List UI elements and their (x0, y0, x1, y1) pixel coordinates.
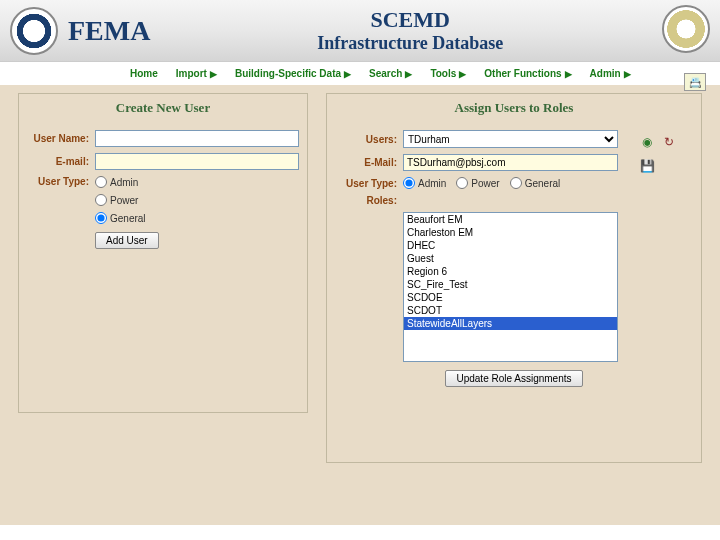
title-line-1: SCEMD (110, 7, 710, 33)
email-input[interactable] (95, 153, 299, 170)
role-option[interactable]: DHEC (404, 239, 617, 252)
save-icon[interactable]: 💾 (639, 158, 655, 174)
main-nav: Home Import▶ Building-Specific Data▶ Sea… (0, 62, 720, 85)
panel-action-icons: ◉ ↻ 💾 (639, 134, 677, 174)
role-option[interactable]: Charleston EM (404, 226, 617, 239)
chevron-right-icon: ▶ (344, 69, 351, 79)
chevron-right-icon: ▶ (210, 69, 217, 79)
radio-admin[interactable]: Admin (95, 176, 146, 188)
users-label: Users: (335, 134, 403, 145)
sc-seal-icon (662, 5, 710, 53)
nav-import[interactable]: Import▶ (176, 68, 217, 79)
chevron-right-icon: ▶ (565, 69, 572, 79)
help-icon[interactable]: 📇 (684, 73, 706, 91)
nav-tools[interactable]: Tools▶ (430, 68, 466, 79)
assign-usertype-label: User Type: (335, 178, 403, 189)
chevron-right-icon: ▶ (459, 69, 466, 79)
add-user-button[interactable]: Add User (95, 232, 159, 249)
role-option[interactable]: SC_Fire_Test (404, 278, 617, 291)
assign-roles-panel: Assign Users to Roles ◉ ↻ 💾 Users: TDurh… (326, 93, 702, 463)
chevron-right-icon: ▶ (405, 69, 412, 79)
refresh-icon[interactable]: ↻ (661, 134, 677, 150)
usertype-radio-group: Admin Power General (95, 176, 146, 224)
radio-power[interactable]: Power (95, 194, 146, 206)
email-label: E-mail: (27, 156, 95, 167)
role-option[interactable]: Region 6 (404, 265, 617, 278)
roles-listbox[interactable]: Beaufort EMCharleston EMDHECGuestRegion … (403, 212, 618, 362)
go-icon[interactable]: ◉ (639, 134, 655, 150)
assign-email-input[interactable] (403, 154, 618, 171)
chevron-right-icon: ▶ (624, 69, 631, 79)
nav-other[interactable]: Other Functions▶ (484, 68, 571, 79)
nav-building-data[interactable]: Building-Specific Data▶ (235, 68, 351, 79)
radio-general[interactable]: General (95, 212, 146, 224)
assign-usertype-radio-group: Admin Power General (403, 177, 560, 189)
users-select[interactable]: TDurham (403, 130, 618, 148)
role-option[interactable]: Guest (404, 252, 617, 265)
app-title: SCEMD Infrastructure Database (110, 7, 710, 54)
role-option[interactable]: SCDOT (404, 304, 617, 317)
assign-email-label: E-Mail: (335, 157, 403, 168)
nav-search[interactable]: Search▶ (369, 68, 412, 79)
nav-home[interactable]: Home (130, 68, 158, 79)
assign-radio-power[interactable]: Power (456, 177, 499, 189)
roles-label: Roles: (335, 195, 403, 206)
app-header: FEMA SCEMD Infrastructure Database (0, 0, 720, 62)
fema-seal-icon (10, 7, 58, 55)
role-option[interactable]: Beaufort EM (404, 213, 617, 226)
nav-admin[interactable]: Admin▶ (590, 68, 631, 79)
create-user-title: Create New User (27, 100, 299, 116)
assign-radio-admin[interactable]: Admin (403, 177, 446, 189)
content-area: 📇 Create New User User Name: E-mail: Use… (0, 85, 720, 525)
role-option[interactable]: SCDOE (404, 291, 617, 304)
title-line-2: Infrastructure Database (110, 33, 710, 54)
assign-roles-title: Assign Users to Roles (335, 100, 693, 116)
update-roles-button[interactable]: Update Role Assignments (445, 370, 582, 387)
assign-radio-general[interactable]: General (510, 177, 561, 189)
username-label: User Name: (27, 133, 95, 144)
create-user-panel: Create New User User Name: E-mail: User … (18, 93, 308, 413)
username-input[interactable] (95, 130, 299, 147)
role-option[interactable]: StatewideAllLayers (404, 317, 617, 330)
usertype-label: User Type: (27, 176, 95, 187)
